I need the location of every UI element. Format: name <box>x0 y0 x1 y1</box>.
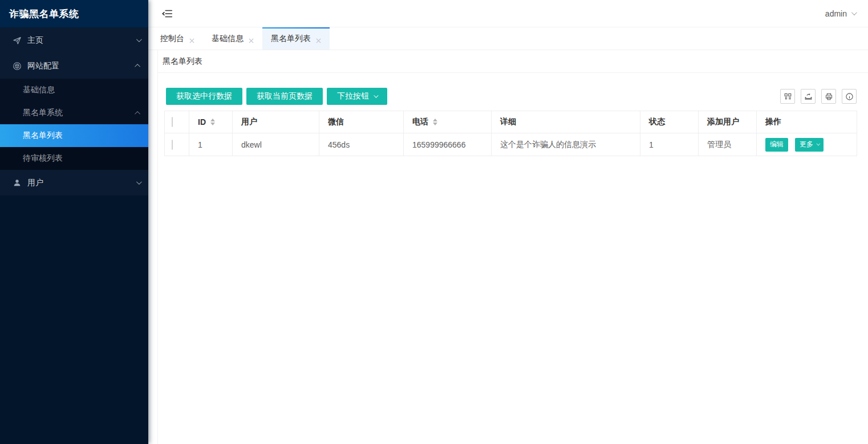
export-button[interactable] <box>801 89 816 104</box>
sidebar-item-site-config[interactable]: 网站配置 <box>0 53 148 79</box>
more-button[interactable]: 更多 <box>795 138 824 152</box>
tab-console[interactable]: 控制台 <box>152 27 203 50</box>
table-header-row: ID 用户 微信 电话 <box>165 111 857 133</box>
site-config-submenu: 基础信息 黑名单系统 黑名单列表 待审核列表 <box>0 79 148 170</box>
sidebar-item-label: 主页 <box>27 35 136 46</box>
user-menu[interactable]: admin <box>825 9 855 18</box>
sidebar-item-label: 待审核列表 <box>23 153 140 164</box>
card-header: 黑名单列表 <box>158 50 868 73</box>
chevron-down-icon <box>136 36 142 42</box>
chevron-down-icon <box>374 93 378 97</box>
print-button[interactable] <box>821 89 836 104</box>
sidebar-item-basic-info[interactable]: 基础信息 <box>0 79 148 101</box>
edit-button[interactable]: 编辑 <box>765 138 788 152</box>
column-label: 状态 <box>649 117 665 126</box>
collapse-sidebar-icon[interactable] <box>161 7 173 20</box>
sort-icon[interactable] <box>433 119 437 125</box>
sidebar-item-pending-review-list[interactable]: 待审核列表 <box>0 147 148 170</box>
table-row: 1 dkewl 456ds 165999966666 这个是个诈骗人的信息演示 … <box>165 133 857 156</box>
export-icon <box>804 92 813 101</box>
select-all-checkbox[interactable] <box>172 117 173 127</box>
topbar: admin <box>148 0 868 27</box>
blacklist-table: ID 用户 微信 电话 <box>164 111 857 156</box>
column-header-status: 状态 <box>640 111 699 133</box>
column-header-user: 用户 <box>233 111 319 133</box>
cell-creator: 管理员 <box>699 133 757 156</box>
sidebar-item-home[interactable]: 主页 <box>0 27 148 53</box>
page-card: 黑名单列表 获取选中行数据 获取当前页数据 下拉按钮 <box>157 50 868 444</box>
button-label: 获取当前页数据 <box>257 91 313 101</box>
tab-label: 基础信息 <box>212 34 244 44</box>
column-label: 详细 <box>500 117 516 126</box>
info-button[interactable] <box>842 89 857 104</box>
toolbar-buttons: 获取选中行数据 获取当前页数据 下拉按钮 <box>166 88 387 105</box>
username: admin <box>825 9 847 18</box>
sidebar-item-blacklist-system[interactable]: 黑名单系统 <box>0 101 148 124</box>
column-header-wechat: 微信 <box>319 111 404 133</box>
chevron-down-icon <box>851 10 857 15</box>
sidebar-item-blacklist-list[interactable]: 黑名单列表 <box>0 124 148 147</box>
row-checkbox[interactable] <box>172 140 173 150</box>
column-label: 用户 <box>241 117 257 126</box>
cell-operations: 编辑 更多 <box>757 133 857 156</box>
cell-wechat: 456ds <box>319 133 404 156</box>
component-icon <box>13 62 22 71</box>
button-label: 下拉按钮 <box>337 91 369 101</box>
send-icon <box>13 36 22 45</box>
column-label: 操作 <box>765 117 781 126</box>
close-icon[interactable] <box>316 36 321 41</box>
row-checkbox-cell <box>165 133 189 156</box>
column-label: 电话 <box>412 117 428 127</box>
sidebar-nav: 主页 网站配置 基础信息 黑名单系统 黑名单列表 <box>0 27 148 444</box>
column-label: 微信 <box>328 117 344 126</box>
cell-id: 1 <box>189 133 233 156</box>
sort-icon[interactable] <box>210 119 215 125</box>
column-header-detail: 详细 <box>492 111 640 133</box>
column-header-operations: 操作 <box>757 111 857 133</box>
table-toolbar: 获取选中行数据 获取当前页数据 下拉按钮 <box>166 88 857 105</box>
columns-icon <box>784 92 792 101</box>
cell-detail: 这个是个诈骗人的信息演示 <box>492 133 640 156</box>
tab-label: 控制台 <box>160 34 184 44</box>
sidebar-item-label: 网站配置 <box>27 61 136 71</box>
card-body: 获取选中行数据 获取当前页数据 下拉按钮 <box>158 73 868 444</box>
column-label: 添加用户 <box>707 117 739 126</box>
sidebar-item-label: 黑名单系统 <box>23 108 136 118</box>
app-title: 诈骗黑名单系统 <box>0 0 148 27</box>
column-label: ID <box>198 117 206 127</box>
sidebar-item-label: 用户 <box>27 178 136 188</box>
tab-blacklist-list[interactable]: 黑名单列表 <box>262 27 330 50</box>
print-icon <box>825 92 833 101</box>
sidebar: 诈骗黑名单系统 主页 网站配置 基础信息 <box>0 0 148 444</box>
close-icon[interactable] <box>249 36 254 41</box>
tab-bar: 控制台 基础信息 黑名单列表 <box>148 27 868 50</box>
button-label: 获取选中行数据 <box>176 91 232 101</box>
sidebar-item-label: 基础信息 <box>23 85 140 95</box>
get-current-page-button[interactable]: 获取当前页数据 <box>246 88 323 105</box>
user-icon <box>13 178 22 188</box>
chevron-down-icon <box>816 142 820 146</box>
cell-status: 1 <box>640 133 699 156</box>
tab-basic-info[interactable]: 基础信息 <box>203 27 262 50</box>
button-label: 编辑 <box>770 140 784 149</box>
sidebar-item-label: 黑名单列表 <box>23 131 140 141</box>
column-header-phone: 电话 <box>404 111 492 133</box>
columns-filter-button[interactable] <box>780 89 795 104</box>
tab-label: 黑名单列表 <box>271 34 311 44</box>
info-icon <box>845 92 854 101</box>
sidebar-item-users[interactable]: 用户 <box>0 170 148 195</box>
table-tool-icons <box>780 89 857 104</box>
chevron-down-icon <box>136 179 142 185</box>
column-header-creator: 添加用户 <box>699 111 757 133</box>
close-icon[interactable] <box>189 36 194 41</box>
cell-user: dkewl <box>233 133 319 156</box>
get-selected-rows-button[interactable]: 获取选中行数据 <box>166 88 242 105</box>
cell-phone: 165999966666 <box>404 133 492 156</box>
header-checkbox-cell <box>165 111 189 133</box>
main-area: admin 控制台 基础信息 黑名单列表 黑名单列表 <box>148 0 868 444</box>
button-label: 更多 <box>800 140 813 149</box>
column-header-id: ID <box>189 111 233 133</box>
page-title: 黑名单列表 <box>163 56 202 67</box>
dropdown-button[interactable]: 下拉按钮 <box>327 88 387 105</box>
